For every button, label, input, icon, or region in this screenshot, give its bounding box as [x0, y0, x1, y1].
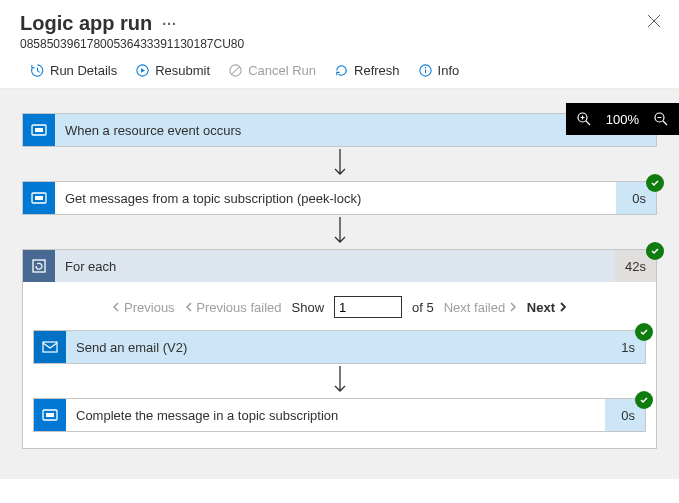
- title-text: Logic app run: [20, 12, 152, 35]
- step-get-messages-label: Get messages from a topic subscription (…: [55, 182, 616, 214]
- refresh-button[interactable]: Refresh: [334, 63, 400, 78]
- info-button[interactable]: Info: [418, 63, 460, 78]
- foreach-body: Previous Previous failed Show of 5 Next …: [23, 282, 656, 448]
- pager-previous-failed: Previous failed: [185, 300, 282, 315]
- pager-show-label: Show: [292, 300, 325, 315]
- pager-previous: Previous: [112, 300, 174, 315]
- success-badge: [646, 242, 664, 260]
- cancel-icon: [228, 63, 243, 78]
- designer-canvas: 100% When a resource event occurs 0s Get…: [0, 89, 679, 479]
- step-foreach[interactable]: For each 42s Previous Previous failed Sh…: [22, 249, 657, 449]
- run-details-button[interactable]: Run Details: [30, 63, 117, 78]
- success-badge: [635, 391, 653, 409]
- run-details-label: Run Details: [50, 63, 117, 78]
- info-label: Info: [438, 63, 460, 78]
- play-circle-icon: [135, 63, 150, 78]
- cancel-run-button: Cancel Run: [228, 63, 316, 78]
- zoom-out-icon: [653, 111, 669, 127]
- servicebus-icon: [34, 399, 66, 431]
- history-icon: [30, 63, 45, 78]
- step-send-email-label: Send an email (V2): [66, 331, 605, 363]
- step-trigger-label: When a resource event occurs: [55, 114, 616, 146]
- pager-current-input[interactable]: [334, 296, 402, 318]
- svg-rect-13: [46, 413, 54, 417]
- connector: [22, 215, 657, 249]
- refresh-icon: [334, 63, 349, 78]
- step-send-email[interactable]: Send an email (V2) 1s: [33, 330, 646, 364]
- svg-point-3: [424, 67, 426, 69]
- zoom-in-button[interactable]: [576, 111, 592, 127]
- resubmit-label: Resubmit: [155, 63, 210, 78]
- chevron-left-icon: [112, 302, 120, 312]
- loop-icon: [23, 250, 55, 282]
- outlook-icon: [34, 331, 66, 363]
- check-icon: [650, 178, 660, 188]
- cancel-run-label: Cancel Run: [248, 63, 316, 78]
- resubmit-button[interactable]: Resubmit: [135, 63, 210, 78]
- page-title: Logic app run ···: [20, 12, 659, 35]
- step-get-messages[interactable]: Get messages from a topic subscription (…: [22, 181, 657, 215]
- svg-rect-11: [43, 342, 57, 352]
- connector: [333, 364, 347, 398]
- eventgrid-icon: [23, 114, 55, 146]
- foreach-pager: Previous Previous failed Show of 5 Next …: [112, 296, 566, 318]
- servicebus-icon: [23, 182, 55, 214]
- toolbar: Run Details Resubmit Cancel Run Refresh …: [0, 51, 679, 89]
- pager-next-failed: Next failed: [444, 300, 517, 315]
- check-icon: [650, 246, 660, 256]
- chevron-right-icon: [509, 302, 517, 312]
- zoom-toolbar: 100%: [566, 103, 679, 135]
- step-complete-message-label: Complete the message in a topic subscrip…: [66, 399, 605, 431]
- pager-next[interactable]: Next: [527, 300, 567, 315]
- step-foreach-label: For each: [55, 250, 615, 282]
- step-complete-message[interactable]: Complete the message in a topic subscrip…: [33, 398, 646, 432]
- svg-rect-9: [35, 196, 43, 200]
- chevron-right-icon: [559, 302, 567, 312]
- close-icon: [647, 14, 661, 28]
- svg-rect-7: [35, 128, 43, 132]
- success-badge: [646, 174, 664, 192]
- check-icon: [639, 395, 649, 405]
- check-icon: [639, 327, 649, 337]
- zoom-out-button[interactable]: [653, 111, 669, 127]
- more-icon[interactable]: ···: [162, 16, 177, 32]
- zoom-in-icon: [576, 111, 592, 127]
- svg-rect-10: [33, 260, 45, 272]
- chevron-left-icon: [185, 302, 193, 312]
- run-id: 08585039617800536433391130187CU80: [20, 37, 659, 51]
- success-badge: [635, 323, 653, 341]
- connector: [22, 147, 657, 181]
- pager-of-total: of 5: [412, 300, 434, 315]
- step-trigger[interactable]: When a resource event occurs 0s: [22, 113, 657, 147]
- info-icon: [418, 63, 433, 78]
- zoom-level: 100%: [606, 112, 639, 127]
- refresh-label: Refresh: [354, 63, 400, 78]
- close-button[interactable]: [647, 14, 661, 28]
